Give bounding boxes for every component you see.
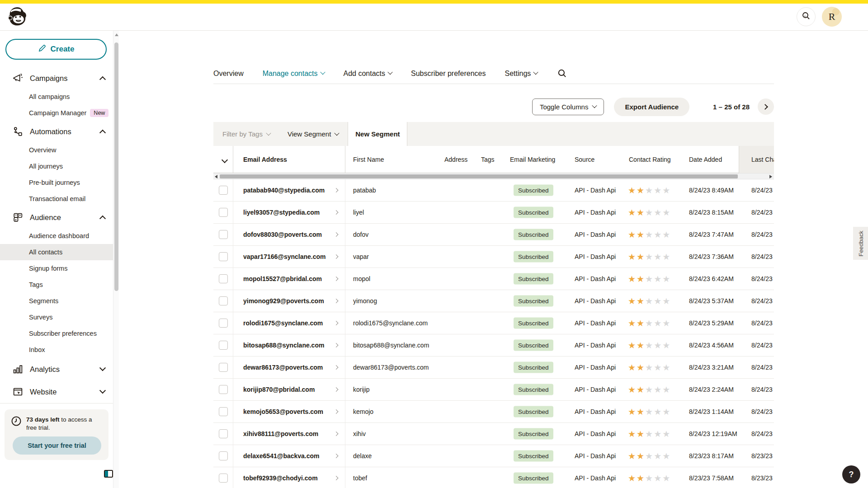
tab-manage-contacts[interactable]: Manage contacts — [263, 70, 325, 78]
sidebar-section-automations[interactable]: Automations — [0, 121, 113, 142]
chevron-right-icon[interactable] — [334, 188, 339, 192]
scrollbar-thumb[interactable] — [114, 42, 118, 291]
header-search-button[interactable] — [797, 7, 816, 26]
row-checkbox[interactable] — [219, 296, 228, 305]
sidebar-item-overview[interactable]: Overview — [0, 142, 113, 158]
sidebar-item-inbox[interactable]: Inbox — [0, 342, 113, 358]
tab-subscriber-preferences[interactable]: Subscriber preferences — [411, 70, 486, 78]
row-checkbox[interactable] — [219, 208, 228, 217]
tab-overview[interactable]: Overview — [213, 70, 244, 78]
contacts-search-button[interactable] — [557, 69, 567, 78]
column-header-email[interactable]: Email Address — [243, 156, 287, 163]
sidebar-item-all-journeys[interactable]: All journeys — [0, 158, 113, 174]
chevron-right-icon[interactable] — [334, 387, 339, 392]
chevron-right-icon[interactable] — [334, 299, 339, 303]
sidebar-item-pre-built-journeys[interactable]: Pre-built journeys — [0, 174, 113, 191]
contact-email[interactable]: yimonog929@poverts.com — [243, 297, 324, 305]
sidebar-item-all-campaigns[interactable]: All campaigns — [0, 89, 113, 105]
feedback-tab[interactable]: Feedback — [853, 227, 868, 260]
contact-email[interactable]: korijip870@pbridal.com — [243, 386, 315, 393]
chevron-right-icon[interactable] — [334, 476, 339, 480]
help-button[interactable]: ? — [842, 465, 860, 483]
tab-settings[interactable]: Settings — [505, 70, 538, 78]
sidebar-collapse-icon[interactable] — [104, 470, 113, 478]
contact-email[interactable]: rolodi1675@synclane.com — [243, 319, 323, 327]
contact-email[interactable]: mopol15527@pbridal.com — [243, 275, 322, 282]
scroll-right-arrow[interactable] — [769, 175, 772, 178]
start-free-trial-button[interactable]: Start your free trial — [13, 436, 101, 455]
row-checkbox[interactable] — [219, 341, 228, 350]
chevron-right-icon[interactable] — [334, 232, 339, 237]
sidebar-item-signup-forms[interactable]: Signup forms — [0, 260, 113, 277]
sidebar-item-all-contacts[interactable]: All contacts — [0, 244, 113, 260]
export-audience-button[interactable]: Export Audience — [614, 98, 689, 116]
sidebar-section-campaigns[interactable]: Campaigns — [0, 68, 113, 89]
pagination-next-button[interactable] — [758, 99, 774, 115]
column-header-tags[interactable]: Tags — [481, 156, 495, 163]
chevron-right-icon[interactable] — [334, 254, 339, 259]
sidebar-section-audience[interactable]: Audience — [0, 207, 113, 228]
chevron-right-icon[interactable] — [334, 365, 339, 370]
sidebar-item-campaign-manager[interactable]: Campaign ManagerNew — [0, 105, 113, 121]
column-header-date-added[interactable]: Date Added — [689, 156, 722, 163]
row-checkbox[interactable] — [219, 363, 228, 372]
chevron-right-icon[interactable] — [334, 210, 339, 215]
chevron-right-icon[interactable] — [334, 321, 339, 325]
sidebar-section-website[interactable]: Website — [0, 380, 113, 403]
column-header-source[interactable]: Source — [575, 156, 594, 163]
sidebar-section-analytics[interactable]: Analytics — [0, 358, 113, 380]
contact-email[interactable]: dofov88030@poverts.com — [243, 231, 322, 238]
contact-email[interactable]: xihiv88111@poverts.com — [243, 430, 318, 437]
contact-email[interactable]: patabab940@stypedia.com — [243, 187, 325, 194]
create-button[interactable]: Create — [5, 39, 107, 60]
subscribed-badge: Subscribed — [514, 340, 553, 351]
toggle-columns-button[interactable]: Toggle Columns — [532, 99, 604, 115]
tab-add-contacts[interactable]: Add contacts — [344, 70, 392, 78]
avatar[interactable]: R — [822, 7, 842, 27]
scrollbar-up-arrow[interactable] — [115, 33, 118, 36]
row-checkbox[interactable] — [219, 274, 228, 283]
row-checkbox[interactable] — [219, 474, 228, 483]
sidebar-scrollbar[interactable] — [113, 31, 119, 488]
scroll-left-arrow[interactable] — [215, 175, 217, 178]
filter-by-tags-dropdown[interactable]: Filter by Tags — [222, 122, 270, 146]
column-header-address[interactable]: Address — [444, 156, 467, 163]
row-checkbox[interactable] — [219, 407, 228, 416]
row-checkbox[interactable] — [219, 319, 228, 328]
contact-email[interactable]: liyel93057@stypedia.com — [243, 209, 320, 216]
horizontal-scrollbar-thumb[interactable] — [220, 174, 738, 178]
chevron-right-icon[interactable] — [334, 277, 339, 281]
chevron-right-icon[interactable] — [334, 454, 339, 458]
column-header-first-name[interactable]: First Name — [353, 156, 384, 163]
sidebar-item-tags[interactable]: Tags — [0, 277, 113, 293]
column-header-contact-rating[interactable]: Contact Rating — [629, 156, 671, 163]
row-checkbox[interactable] — [219, 429, 228, 438]
chevron-right-icon[interactable] — [334, 409, 339, 414]
contact-email[interactable]: dewar86173@poverts.com — [243, 364, 323, 371]
contact-email[interactable]: bitosap688@synclane.com — [243, 342, 324, 349]
row-checkbox[interactable] — [219, 252, 228, 261]
row-checkbox[interactable] — [219, 385, 228, 394]
sidebar-item-audience-dashboard[interactable]: Audience dashboard — [0, 228, 113, 244]
column-header-last-changed[interactable]: Last Changed — [751, 156, 774, 163]
mailchimp-logo[interactable] — [6, 6, 27, 27]
row-checkbox[interactable] — [219, 186, 228, 195]
chevron-right-icon[interactable] — [334, 432, 339, 436]
sidebar-item-subscriber-preferences[interactable]: Subscriber preferences — [0, 325, 113, 342]
sidebar-item-segments[interactable]: Segments — [0, 293, 113, 309]
sidebar-item-surveys[interactable]: Surveys — [0, 309, 113, 325]
row-checkbox[interactable] — [219, 451, 228, 460]
chevron-right-icon[interactable] — [334, 343, 339, 347]
contact-email[interactable]: tobef92939@chodyi.com — [243, 474, 318, 482]
column-header-email-marketing[interactable]: Email Marketing — [510, 156, 555, 163]
sidebar-item-transactional-email[interactable]: Transactional email — [0, 191, 113, 207]
chevron-up-icon — [99, 130, 106, 136]
contact-email[interactable]: kemojo5653@poverts.com — [243, 408, 323, 415]
horizontal-scrollbar[interactable] — [213, 173, 774, 179]
row-checkbox[interactable] — [219, 230, 228, 239]
contact-email[interactable]: delaxe6541@backva.com — [243, 452, 320, 460]
select-all-dropdown-icon[interactable] — [222, 157, 228, 163]
view-segment-dropdown[interactable]: View Segment — [288, 122, 339, 146]
new-segment-button[interactable]: New Segment — [348, 122, 407, 146]
contact-email[interactable]: vapar17166@synclane.com — [243, 253, 326, 260]
